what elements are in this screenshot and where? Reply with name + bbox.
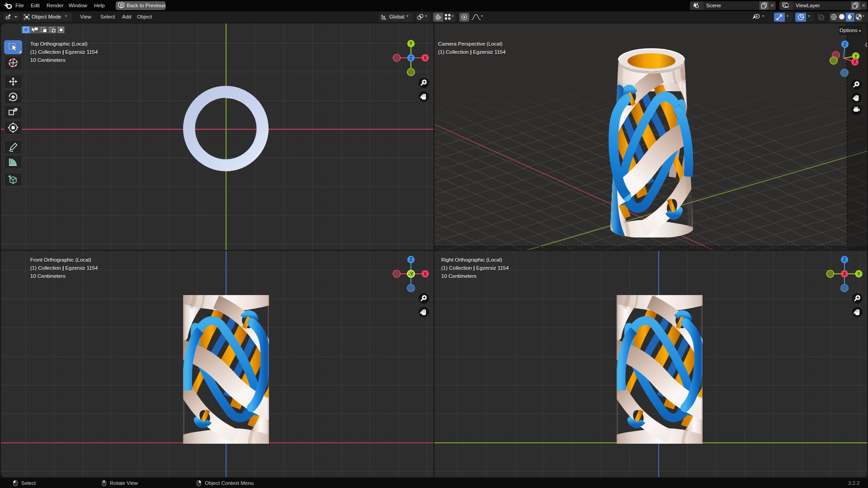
svg-text:Y: Y [409, 41, 412, 46]
svg-text:-Y: -Y [409, 271, 414, 277]
svg-text:X: X [424, 55, 427, 61]
svg-text:Z: Z [843, 257, 846, 262]
svg-text:Z: Z [844, 42, 847, 47]
svg-text:Z: Z [410, 55, 413, 61]
svg-text:X: X [843, 271, 846, 277]
svg-text:Y: Y [854, 53, 857, 59]
svg-text:X: X [424, 271, 427, 277]
svg-text:Z: Z [410, 257, 413, 262]
svg-text:X: X [853, 59, 856, 65]
svg-text:Y: Y [857, 271, 860, 277]
